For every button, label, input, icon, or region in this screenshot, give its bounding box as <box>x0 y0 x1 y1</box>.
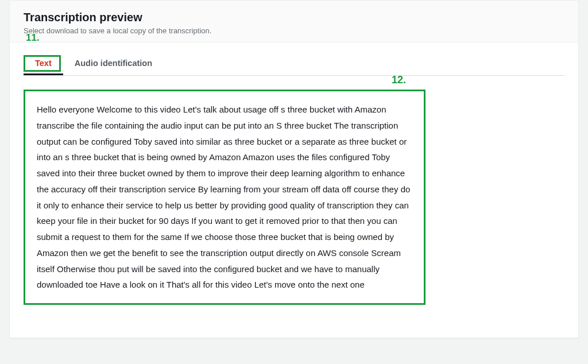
transcription-scroll-area[interactable]: Hello everyone Welcome to this video Let… <box>24 90 564 324</box>
transcription-preview-card: Transcription preview Select download to… <box>9 0 579 338</box>
page-title: Transcription preview <box>24 11 564 24</box>
page-subtitle: Select download to save a local copy of … <box>24 26 564 35</box>
annotation-11: 11. <box>26 32 40 44</box>
transcription-text: Hello everyone Welcome to this video Let… <box>37 102 412 293</box>
card-body: 11. Text Audio identification 12. Hello … <box>10 42 578 338</box>
card-header: Transcription preview Select download to… <box>10 1 578 42</box>
tab-audio-label: Audio identification <box>75 59 152 68</box>
tabs: Text Audio identification <box>24 53 564 76</box>
annotation-12: 12. <box>392 74 406 86</box>
tab-text-label: Text <box>35 59 52 68</box>
tab-text[interactable]: Text <box>24 53 63 75</box>
transcription-content-box: Hello everyone Welcome to this video Let… <box>24 90 425 305</box>
tab-audio-identification[interactable]: Audio identification <box>63 53 164 75</box>
